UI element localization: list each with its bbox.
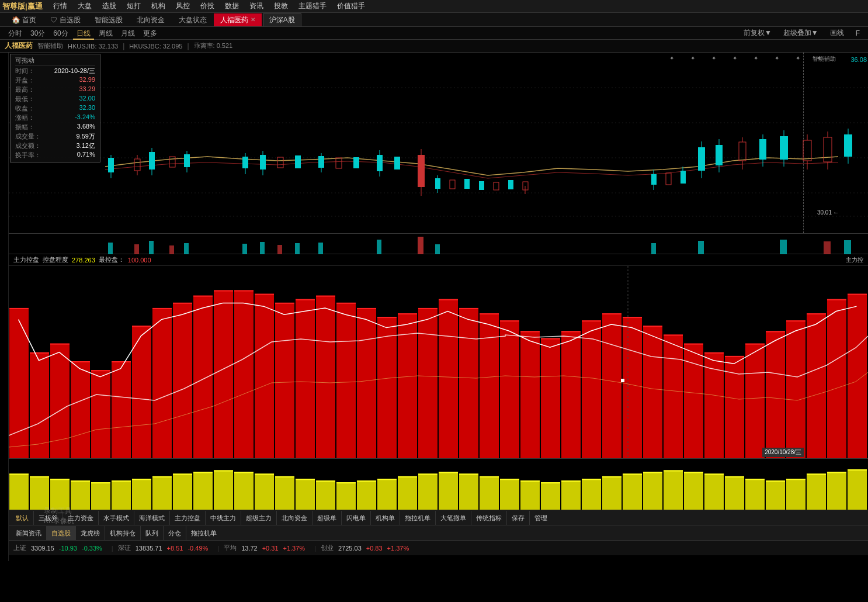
btn-sailor[interactable]: 水手模式 xyxy=(99,511,134,525)
tab-sha[interactable]: 沪深A股 xyxy=(263,13,301,26)
menu-item-news[interactable]: 资讯 xyxy=(245,1,268,11)
svg-rect-31 xyxy=(377,155,383,171)
menu-item-value[interactable]: 价投 xyxy=(196,1,219,11)
btn-super-main[interactable]: 超级主力 xyxy=(241,511,277,525)
svg-rect-72 xyxy=(824,137,832,162)
svg-rect-81 xyxy=(169,245,174,254)
btn-queue[interactable]: 队列 xyxy=(141,526,164,540)
svg-rect-42 xyxy=(464,179,470,189)
nav-market-status[interactable]: 大盘状态 xyxy=(172,13,214,27)
btn-news[interactable]: 新闻资讯 xyxy=(11,526,47,540)
status-cye-pct: +1.37% xyxy=(387,545,409,552)
control-value1: 278.263 xyxy=(72,257,95,264)
time-fen[interactable]: 分时 xyxy=(5,27,26,40)
nav-north-flow[interactable]: 北向资金 xyxy=(130,13,172,27)
tab-renfu[interactable]: 人福医药 ✕ xyxy=(214,13,262,26)
info-low-value: 32.00 xyxy=(79,95,95,103)
nav-home[interactable]: 🏠 首页 xyxy=(5,13,43,27)
btn-tractor-single[interactable]: 拖拉机单 xyxy=(400,511,436,525)
time-60[interactable]: 60分 xyxy=(50,27,71,40)
nav-smart-select[interactable]: 智能选股 xyxy=(88,13,130,27)
status-shanghai-pct: -0.33% xyxy=(82,545,102,552)
info-amp-row: 振幅：3.68% xyxy=(15,123,95,132)
overlay-btn[interactable]: 超级叠加▼ xyxy=(780,28,822,38)
btn-traditional[interactable]: 传统指标 xyxy=(471,511,507,525)
svg-rect-45 xyxy=(508,180,513,189)
time-more[interactable]: 更多 xyxy=(140,27,161,40)
svg-rect-5 xyxy=(108,158,114,172)
f-btn[interactable]: F xyxy=(852,29,863,37)
status-shenzhen-label: 深证 xyxy=(118,544,131,552)
control-label3: 最控盘： xyxy=(99,255,124,264)
btn-main-control[interactable]: 主力控盘 xyxy=(170,511,206,525)
btn-dragon-tiger[interactable]: 龙虎榜 xyxy=(76,526,105,540)
svg-rect-84 xyxy=(260,242,265,254)
svg-rect-95 xyxy=(844,240,851,254)
btn-save[interactable]: 保存 xyxy=(507,511,530,525)
time-daily[interactable]: 日线 xyxy=(73,27,94,40)
svg-rect-38 xyxy=(435,178,440,189)
btn-watchlist[interactable]: 自选股 xyxy=(47,526,76,540)
stock-name: 人福医药 xyxy=(5,41,33,51)
svg-rect-52 xyxy=(680,171,686,184)
info-amp-value: 3.68% xyxy=(77,123,95,132)
info-high-value: 33.29 xyxy=(79,85,95,94)
btn-default[interactable]: 默认 xyxy=(11,511,34,525)
control-header: 主力控盘 控盘程度 278.263 最控盘： 100.000 主力控 xyxy=(9,254,868,266)
status-shanghai-label: 上证 xyxy=(13,544,26,552)
time-bar: 分时 30分 60分 日线 周线 月线 更多 前复权▼ 超级叠加▼ 画线 F xyxy=(0,27,868,40)
time-30[interactable]: 30分 xyxy=(27,27,48,40)
menu-item-short[interactable]: 短打 xyxy=(122,1,145,11)
candle-group xyxy=(108,129,852,196)
bottom-toolbar-2: 新闻资讯 自选股 龙虎榜 机构持仓 队列 分仓 拖拉机单 xyxy=(9,525,868,540)
menu-item-data[interactable]: 数据 xyxy=(220,1,244,11)
menu-item-market[interactable]: 行情 xyxy=(48,1,72,11)
menu-item-index[interactable]: 大盘 xyxy=(73,1,96,11)
status-shanghai-value: 3309.15 xyxy=(31,545,54,552)
menu-item-theme[interactable]: 主题猎手 xyxy=(294,1,331,11)
menu-item-value-hunter[interactable]: 价值猎手 xyxy=(332,1,370,11)
status-shanghai-change: -10.93 xyxy=(59,545,77,552)
btn-sanbanfu[interactable]: 三板斧 xyxy=(34,511,63,525)
btn-flash-single[interactable]: 闪电单 xyxy=(342,511,371,525)
menu-item-institution[interactable]: 机构 xyxy=(147,1,170,11)
svg-rect-82 xyxy=(184,243,189,254)
menu-item-risk[interactable]: 风控 xyxy=(171,1,195,11)
draw-btn[interactable]: 画线 xyxy=(827,28,848,38)
svg-rect-87 xyxy=(318,243,323,254)
status-avg-pct: +1.37% xyxy=(283,545,305,552)
btn-institution-single[interactable]: 机构单 xyxy=(371,511,400,525)
info-high-row: 最高：33.29 xyxy=(15,85,95,94)
svg-rect-88 xyxy=(377,240,381,254)
tab-close-icon[interactable]: ✕ xyxy=(251,13,255,26)
svg-rect-30 xyxy=(353,157,359,168)
svg-rect-86 xyxy=(295,243,300,254)
nav-watchlist[interactable]: ♡ 自选股 xyxy=(43,13,87,27)
second-nav-bar: 🏠 首页 ♡ 自选股 智能选股 北向资金 大盘状态 人福医药 ✕ 沪深A股 xyxy=(0,13,868,27)
replay-btn[interactable]: 前复权▼ xyxy=(740,28,775,38)
btn-ocean[interactable]: 海洋模式 xyxy=(134,511,170,525)
menu-item-edu[interactable]: 投教 xyxy=(269,1,293,11)
info-close-row: 收盘：32.30 xyxy=(15,104,95,113)
info-panel[interactable]: 可拖动 时间：2020-10-28/三 开盘：32.99 最高：33.29 最低… xyxy=(10,54,100,162)
btn-mid-main[interactable]: 中线主力 xyxy=(206,511,241,525)
btn-main-capital[interactable]: 主力资金 xyxy=(63,511,99,525)
stock-spread: 乖离率: 0.521 xyxy=(194,41,233,50)
btn-institution-hold[interactable]: 机构持仓 xyxy=(105,526,141,540)
btn-manage[interactable]: 管理 xyxy=(530,511,552,525)
status-shenzhen-change: +8.51 xyxy=(167,545,183,552)
info-turn-row: 换手率：0.71% xyxy=(15,151,95,160)
btn-big-cancel[interactable]: 大笔撤单 xyxy=(436,511,471,525)
info-change-row: 涨幅：-3.24% xyxy=(15,113,95,122)
top-menu-bar: 智尊版|赢通 行情 大盘 选股 短打 机构 风控 价投 数据 资讯 投教 主题猎… xyxy=(0,0,868,13)
time-weekly[interactable]: 周线 xyxy=(95,27,116,40)
status-avg-value: 13.72 xyxy=(241,545,258,552)
time-monthly[interactable]: 月线 xyxy=(117,27,138,40)
btn-north-capital[interactable]: 北向资金 xyxy=(277,511,313,525)
btn-super-single[interactable]: 超级单 xyxy=(313,511,342,525)
btn-tractor-order[interactable]: 拖拉机单 xyxy=(186,526,221,540)
svg-rect-44 xyxy=(494,182,499,190)
btn-split[interactable]: 分仓 xyxy=(164,526,186,540)
red-bars-area: 2020/10/28/三 xyxy=(9,266,868,459)
menu-item-select[interactable]: 选股 xyxy=(98,1,121,11)
